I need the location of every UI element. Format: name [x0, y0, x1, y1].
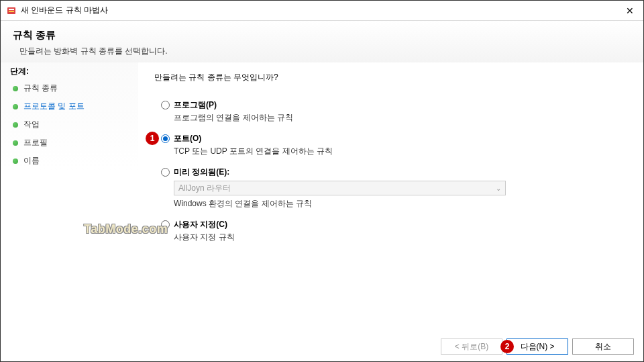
radio-label: 사용자 지정(C) — [174, 219, 227, 230]
cancel-button[interactable]: 취소 — [572, 338, 634, 355]
svg-rect-2 — [9, 11, 14, 12]
radio-icon — [161, 101, 170, 109]
page-subtitle: 만들려는 방화벽 규칙 종류를 선택합니다. — [19, 46, 631, 57]
radio-label: 포트(O) — [174, 133, 201, 144]
footer: < 뒤로(B) 2 다음(N) > 취소 — [1, 332, 643, 361]
radio-predefined[interactable]: 미리 정의됨(E): — [161, 167, 627, 178]
radio-desc: 사용자 지정 규칙 — [174, 232, 627, 243]
radio-option-predefined: 미리 정의됨(E): AllJoyn 라우터 ⌄ Windows 환경의 연결을… — [161, 167, 627, 210]
radio-option-port: 1 포트(O) TCP 또는 UDP 포트의 연결을 제어하는 규칙 — [161, 133, 627, 157]
sidebar-item-label: 이름 — [23, 155, 40, 167]
radio-option-program: 프로그램(P) 프로그램의 연결을 제어하는 규칙 — [161, 99, 627, 124]
app-icon — [6, 5, 17, 16]
radio-icon — [161, 134, 170, 143]
radio-label: 프로그램(P) — [174, 99, 217, 111]
sidebar-item-profile[interactable]: 프로필 — [1, 134, 138, 152]
bullet-icon — [13, 122, 18, 128]
sidebar-item-label: 작업 — [23, 119, 40, 130]
next-button[interactable]: 2 다음(N) > — [506, 338, 568, 355]
radio-desc: TCP 또는 UDP 포트의 연결을 제어하는 규칙 — [174, 146, 627, 157]
bullet-icon — [13, 140, 18, 146]
radio-program[interactable]: 프로그램(P) — [161, 99, 627, 111]
sidebar-item-rule-type[interactable]: 규칙 종류 — [1, 79, 138, 97]
window-title: 새 인바운드 규칙 마법사 — [21, 5, 622, 16]
radio-desc: Windows 환경의 연결을 제어하는 규칙 — [174, 198, 627, 210]
radio-label: 미리 정의됨(E): — [174, 167, 229, 178]
radio-port[interactable]: 1 포트(O) — [161, 133, 627, 144]
main-panel: 만들려는 규칙 종류는 무엇입니까? 프로그램(P) 프로그램의 연결을 제어하… — [138, 62, 643, 332]
sidebar-item-label: 프로토콜 및 포트 — [23, 101, 85, 112]
sidebar-item-protocol-port[interactable]: 프로토콜 및 포트 — [1, 97, 138, 116]
radio-desc: 프로그램의 연결을 제어하는 규칙 — [174, 112, 627, 124]
dropdown-value: AllJoyn 라우터 — [178, 183, 231, 194]
annotation-badge-1: 1 — [146, 132, 159, 145]
bullet-icon — [13, 159, 18, 164]
header: 규칙 종류 만들려는 방화벽 규칙 종류를 선택합니다. — [1, 21, 643, 62]
back-button[interactable]: < 뒤로(B) — [441, 338, 502, 355]
sidebar-item-name[interactable]: 이름 — [1, 152, 138, 170]
radio-custom[interactable]: 사용자 지정(C) — [161, 219, 627, 230]
titlebar: 새 인바운드 규칙 마법사 ✕ — [1, 1, 643, 21]
bullet-icon — [13, 86, 18, 91]
sidebar-item-action[interactable]: 작업 — [1, 116, 138, 134]
svg-rect-1 — [9, 9, 14, 10]
sidebar-header: 단계: — [1, 64, 138, 79]
bullet-icon — [13, 104, 18, 109]
close-icon[interactable]: ✕ — [622, 3, 638, 19]
page-title: 규칙 종류 — [13, 29, 631, 42]
annotation-badge-2: 2 — [500, 340, 514, 353]
radio-group: 프로그램(P) 프로그램의 연결을 제어하는 규칙 1 포트(O) TCP 또는… — [161, 99, 627, 243]
sidebar: 단계: 규칙 종류 프로토콜 및 포트 작업 프로필 이름 — [1, 62, 138, 332]
radio-icon — [161, 220, 170, 229]
sidebar-item-label: 프로필 — [23, 137, 48, 148]
rule-type-question: 만들려는 규칙 종류는 무엇입니까? — [154, 72, 627, 83]
sidebar-item-label: 규칙 종류 — [23, 83, 58, 94]
radio-option-custom: 사용자 지정(C) 사용자 지정 규칙 — [161, 219, 627, 243]
predefined-dropdown[interactable]: AllJoyn 라우터 ⌄ — [174, 181, 506, 195]
chevron-down-icon: ⌄ — [496, 185, 501, 192]
radio-icon — [161, 168, 170, 177]
